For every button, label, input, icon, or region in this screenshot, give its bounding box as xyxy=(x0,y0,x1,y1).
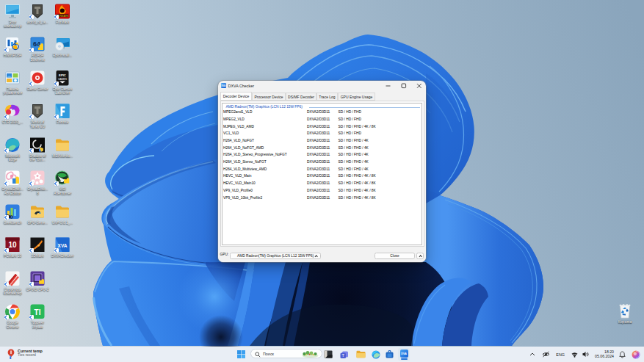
svg-text:XVA: XVA xyxy=(58,243,68,248)
svg-text:GAMES: GAMES xyxy=(58,77,68,80)
svg-text:TI: TI xyxy=(35,308,41,316)
svg-text:10: 10 xyxy=(8,241,17,249)
svg-text:64: 64 xyxy=(33,40,40,48)
svg-text:EPIC: EPIC xyxy=(59,73,66,77)
